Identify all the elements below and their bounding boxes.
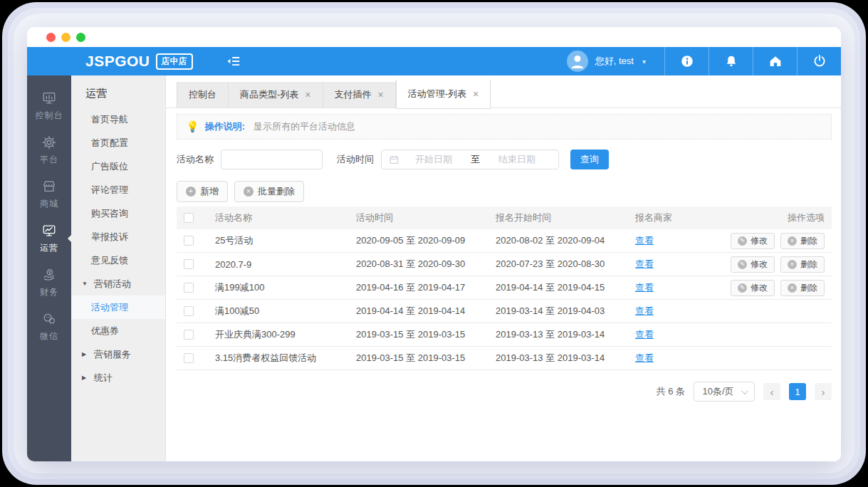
submenu-item[interactable]: ▼营销活动 (71, 272, 165, 295)
table-row: 满100减502019-04-14 至 2019-04-142019-03-14… (177, 300, 832, 323)
edit-button[interactable]: ✎修改 (731, 280, 775, 296)
sidebar-item-label: 平台 (40, 154, 58, 166)
sidebar-item-finance[interactable]: 财务 (27, 261, 71, 305)
total-count: 共 6 条 (657, 385, 685, 398)
submenu-item[interactable]: 意见反馈 (71, 248, 165, 272)
close-tab-icon[interactable]: × (473, 88, 479, 100)
submenu-item[interactable]: ▶营销服务 (71, 342, 165, 366)
chevron-left-icon: ‹ (770, 386, 774, 398)
sidebar-item-platform[interactable]: 平台 (27, 128, 71, 172)
console-icon (41, 90, 57, 106)
page-number-button[interactable]: 1 (789, 383, 806, 400)
sidebar-item-operations[interactable]: 运营 (27, 216, 71, 261)
row-checkbox[interactable] (184, 306, 194, 316)
page-size-select[interactable]: 10条/页 (694, 382, 755, 402)
submenu-item[interactable]: 评论管理 (71, 178, 165, 201)
chevron-down-icon: ▾ (642, 58, 646, 66)
table-actions-row: + 新增 × 批量删除 (177, 181, 832, 202)
menu-fold-button[interactable] (226, 53, 241, 69)
row-checkbox[interactable] (184, 330, 194, 340)
minimize-window-button[interactable] (61, 33, 70, 42)
sidebar-item-mall[interactable]: 商城 (27, 172, 71, 216)
secondary-sidebar: 运营 首页导航首页配置广告版位评论管理购买咨询举报投诉意见反馈▼营销活动活动管理… (71, 75, 166, 461)
submenu-item-label: 营销活动 (94, 278, 131, 290)
sidebar-item-console[interactable]: 控制台 (27, 84, 71, 128)
submenu-item[interactable]: 购买咨询 (71, 201, 165, 225)
shop-icon (41, 179, 57, 194)
pencil-icon: ✎ (738, 283, 747, 293)
view-merchants-link[interactable]: 查看 (635, 305, 654, 316)
date-range-picker[interactable]: 开始日期 至 结束日期 (381, 150, 559, 169)
tab-page[interactable]: 商品类型-列表× (229, 82, 323, 108)
edit-button[interactable]: ✎修改 (731, 256, 775, 273)
power-button[interactable] (798, 47, 841, 75)
sidebar-item-wechat[interactable]: 微信 (27, 305, 71, 349)
delete-button[interactable]: ×删除 (780, 280, 825, 296)
row-checkbox[interactable] (184, 236, 194, 246)
submenu-item[interactable]: 优惠券 (71, 319, 165, 342)
submenu-item[interactable]: 活动管理 (71, 295, 165, 319)
view-merchants-link[interactable]: 查看 (635, 235, 654, 246)
pencil-icon: ✎ (738, 260, 747, 269)
next-page-button[interactable]: › (815, 383, 832, 400)
user-icon (567, 51, 588, 72)
row-checkbox[interactable] (184, 353, 194, 363)
prev-page-button[interactable]: ‹ (763, 383, 780, 400)
info-text: 显示所有的平台活动信息 (253, 120, 355, 133)
gear-icon (41, 135, 57, 150)
tab-label: 商品类型-列表 (240, 88, 298, 101)
tab-label: 支付插件 (335, 88, 372, 101)
view-merchants-link[interactable]: 查看 (635, 258, 654, 269)
row-checkbox[interactable] (184, 283, 194, 293)
table-row: 满199减1002019-04-16 至 2019-04-172019-04-1… (177, 276, 832, 300)
view-merchants-link[interactable]: 查看 (635, 352, 654, 363)
col-activity-name: 活动名称 (215, 211, 356, 224)
close-tab-icon[interactable]: × (378, 89, 384, 100)
info-label: 操作说明: (205, 120, 245, 133)
col-activity-time: 活动时间 (356, 211, 496, 224)
operations-icon (41, 223, 57, 239)
cross-icon: × (788, 260, 797, 269)
add-button[interactable]: + 新增 (177, 181, 228, 202)
plus-circle-icon: + (186, 187, 196, 197)
collapse-arrow-icon: ▼ (82, 281, 88, 287)
close-window-button[interactable] (46, 33, 56, 42)
cell-signup: 2020-08-02 至 2020-09-04 (496, 234, 635, 247)
close-tab-icon[interactable]: × (305, 89, 310, 100)
row-checkbox[interactable] (184, 259, 194, 269)
submenu-item-label: 统计 (94, 372, 113, 384)
sidebar-item-label: 运营 (40, 242, 58, 254)
finance-icon (41, 267, 57, 283)
submenu-item[interactable]: ▶统计 (71, 366, 165, 389)
search-button[interactable]: 查询 (570, 150, 609, 169)
edit-button[interactable]: ✎修改 (731, 233, 775, 249)
activity-time-label: 活动时间 (337, 153, 374, 166)
delete-button[interactable]: ×删除 (780, 256, 825, 273)
zoom-window-button[interactable] (76, 33, 85, 42)
select-all-checkbox[interactable] (184, 213, 194, 223)
view-merchants-link[interactable]: 查看 (635, 329, 654, 340)
bell-button[interactable] (709, 47, 753, 75)
tab-console[interactable]: 控制台 (177, 82, 229, 108)
submenu-item[interactable]: 举报投诉 (71, 225, 165, 248)
power-icon (812, 53, 827, 69)
col-signup-time: 报名开始时间 (496, 211, 635, 224)
batch-delete-button[interactable]: × 批量删除 (234, 181, 304, 202)
cell-name: 2020.7-9 (215, 259, 356, 270)
tab-page[interactable]: 活动管理-列表× (396, 80, 491, 109)
user-menu[interactable]: 您好, test ▾ (567, 51, 664, 72)
primary-sidebar: 控制台平台商城运营财务微信 (27, 75, 71, 461)
submenu-item[interactable]: 首页配置 (71, 131, 165, 155)
delete-button[interactable]: ×删除 (780, 233, 825, 249)
info-button[interactable] (665, 47, 708, 75)
view-merchants-link[interactable]: 查看 (635, 282, 654, 293)
tab-page[interactable]: 支付插件× (323, 82, 396, 108)
activity-name-input[interactable] (221, 150, 323, 169)
submenu-item[interactable]: 广告版位 (71, 155, 165, 178)
cross-circle-icon: × (244, 187, 253, 197)
chevron-right-icon: › (822, 386, 825, 398)
home-button[interactable] (753, 47, 797, 75)
end-date-input[interactable]: 结束日期 (483, 153, 551, 166)
submenu-item[interactable]: 首页导航 (71, 108, 165, 131)
start-date-input[interactable]: 开始日期 (399, 153, 468, 166)
